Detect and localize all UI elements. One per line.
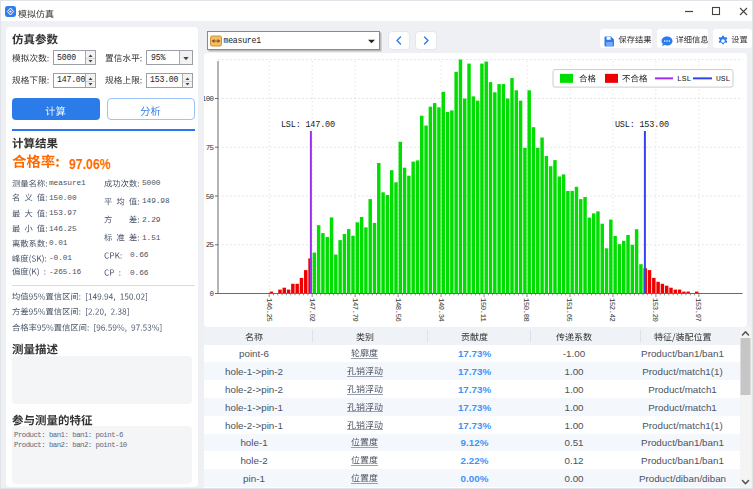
svg-text:146.25: 146.25 [265,298,273,322]
svg-text:0: 0 [210,290,215,298]
svg-text:100: 100 [204,95,215,103]
svg-text:75: 75 [206,144,215,152]
svg-text:USL: 153.00: USL: 153.00 [615,120,669,130]
svg-text:50: 50 [206,193,215,201]
svg-text:148.56: 148.56 [394,298,402,322]
svg-text:153.20: 153.20 [651,298,659,322]
svg-text:LSL: LSL [677,74,692,83]
svg-text:LSL: 147.00: LSL: 147.00 [281,120,335,130]
svg-text:25: 25 [206,241,215,249]
svg-text:150.11: 150.11 [479,298,487,322]
svg-text:USL: USL [716,74,731,83]
svg-text:152.42: 152.42 [608,298,616,322]
svg-text:151.65: 151.65 [565,298,573,322]
svg-text:147.79: 147.79 [351,298,359,322]
svg-text:149.34: 149.34 [437,298,445,322]
svg-text:147.02: 147.02 [308,298,316,322]
svg-text:153.97: 153.97 [694,298,702,322]
svg-text:150.88: 150.88 [522,298,530,322]
